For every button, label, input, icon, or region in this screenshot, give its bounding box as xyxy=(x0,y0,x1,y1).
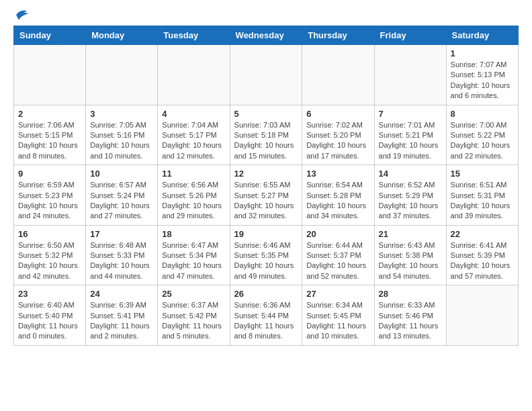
calendar-day-cell xyxy=(230,45,302,105)
calendar-week-row: 2Sunrise: 7:06 AM Sunset: 5:15 PM Daylig… xyxy=(14,105,519,165)
day-number: 22 xyxy=(451,229,514,239)
day-info: Sunrise: 6:37 AM Sunset: 5:42 PM Dayligh… xyxy=(162,300,225,342)
day-info: Sunrise: 6:41 AM Sunset: 5:39 PM Dayligh… xyxy=(451,240,514,282)
calendar-day-cell: 23Sunrise: 6:40 AM Sunset: 5:40 PM Dayli… xyxy=(14,285,86,346)
calendar-day-cell xyxy=(86,45,158,105)
day-info: Sunrise: 6:34 AM Sunset: 5:45 PM Dayligh… xyxy=(306,300,369,342)
day-number: 20 xyxy=(306,229,369,239)
calendar-day-cell: 18Sunrise: 6:47 AM Sunset: 5:34 PM Dayli… xyxy=(158,225,230,285)
calendar-day-cell: 28Sunrise: 6:33 AM Sunset: 5:46 PM Dayli… xyxy=(374,285,446,346)
day-number: 5 xyxy=(234,109,298,119)
day-number: 15 xyxy=(451,169,514,179)
calendar-day-cell: 17Sunrise: 6:48 AM Sunset: 5:33 PM Dayli… xyxy=(86,225,158,285)
day-info: Sunrise: 6:40 AM Sunset: 5:40 PM Dayligh… xyxy=(18,300,81,342)
calendar-day-cell: 15Sunrise: 6:51 AM Sunset: 5:31 PM Dayli… xyxy=(446,165,518,226)
day-number: 9 xyxy=(18,169,81,179)
calendar-day-cell: 4Sunrise: 7:04 AM Sunset: 5:17 PM Daylig… xyxy=(158,105,230,165)
calendar-day-cell: 5Sunrise: 7:03 AM Sunset: 5:18 PM Daylig… xyxy=(230,105,302,165)
day-info: Sunrise: 6:46 AM Sunset: 5:35 PM Dayligh… xyxy=(234,240,298,282)
day-number: 11 xyxy=(162,169,225,179)
calendar-week-row: 16Sunrise: 6:50 AM Sunset: 5:32 PM Dayli… xyxy=(14,225,519,285)
calendar-day-header: Sunday xyxy=(14,26,86,45)
day-info: Sunrise: 6:51 AM Sunset: 5:31 PM Dayligh… xyxy=(451,180,514,222)
day-number: 2 xyxy=(18,109,81,119)
day-info: Sunrise: 7:03 AM Sunset: 5:18 PM Dayligh… xyxy=(234,120,298,162)
calendar-week-row: 23Sunrise: 6:40 AM Sunset: 5:40 PM Dayli… xyxy=(14,285,519,346)
calendar-day-header: Monday xyxy=(86,26,158,45)
calendar-day-cell: 16Sunrise: 6:50 AM Sunset: 5:32 PM Dayli… xyxy=(14,225,86,285)
calendar-day-cell: 26Sunrise: 6:36 AM Sunset: 5:44 PM Dayli… xyxy=(230,285,302,346)
calendar-day-cell xyxy=(302,45,374,105)
day-info: Sunrise: 6:48 AM Sunset: 5:33 PM Dayligh… xyxy=(90,240,153,282)
day-info: Sunrise: 7:04 AM Sunset: 5:17 PM Dayligh… xyxy=(162,120,225,162)
day-number: 17 xyxy=(90,229,153,239)
day-number: 10 xyxy=(90,169,153,179)
day-info: Sunrise: 6:54 AM Sunset: 5:28 PM Dayligh… xyxy=(306,180,369,222)
day-info: Sunrise: 7:05 AM Sunset: 5:16 PM Dayligh… xyxy=(90,120,153,162)
day-number: 6 xyxy=(306,109,369,119)
calendar-day-cell: 24Sunrise: 6:39 AM Sunset: 5:41 PM Dayli… xyxy=(86,285,158,346)
calendar-day-cell: 1Sunrise: 7:07 AM Sunset: 5:13 PM Daylig… xyxy=(446,45,518,105)
day-number: 13 xyxy=(306,169,369,179)
calendar-day-cell: 13Sunrise: 6:54 AM Sunset: 5:28 PM Dayli… xyxy=(302,165,374,226)
day-info: Sunrise: 6:56 AM Sunset: 5:26 PM Dayligh… xyxy=(162,180,225,222)
calendar-day-header: Thursday xyxy=(302,26,374,45)
calendar-day-cell xyxy=(374,45,446,105)
calendar: SundayMondayTuesdayWednesdayThursdayFrid… xyxy=(13,26,519,346)
day-number: 24 xyxy=(90,289,153,299)
day-info: Sunrise: 6:36 AM Sunset: 5:44 PM Dayligh… xyxy=(234,300,298,342)
day-number: 8 xyxy=(451,109,514,119)
day-number: 4 xyxy=(162,109,225,119)
day-info: Sunrise: 7:06 AM Sunset: 5:15 PM Dayligh… xyxy=(18,120,81,162)
calendar-day-header: Friday xyxy=(374,26,446,45)
calendar-day-cell xyxy=(14,45,86,105)
day-number: 21 xyxy=(379,229,442,239)
calendar-day-cell: 9Sunrise: 6:59 AM Sunset: 5:23 PM Daylig… xyxy=(14,165,86,226)
calendar-day-header: Wednesday xyxy=(230,26,302,45)
calendar-day-cell xyxy=(446,285,518,346)
calendar-day-cell: 12Sunrise: 6:55 AM Sunset: 5:27 PM Dayli… xyxy=(230,165,302,226)
day-info: Sunrise: 6:47 AM Sunset: 5:34 PM Dayligh… xyxy=(162,240,225,282)
calendar-day-cell: 11Sunrise: 6:56 AM Sunset: 5:26 PM Dayli… xyxy=(158,165,230,226)
day-info: Sunrise: 6:44 AM Sunset: 5:37 PM Dayligh… xyxy=(306,240,369,282)
day-number: 27 xyxy=(306,289,369,299)
day-info: Sunrise: 6:43 AM Sunset: 5:38 PM Dayligh… xyxy=(379,240,442,282)
calendar-day-cell: 3Sunrise: 7:05 AM Sunset: 5:16 PM Daylig… xyxy=(86,105,158,165)
calendar-day-cell: 14Sunrise: 6:52 AM Sunset: 5:29 PM Dayli… xyxy=(374,165,446,226)
calendar-day-cell: 2Sunrise: 7:06 AM Sunset: 5:15 PM Daylig… xyxy=(14,105,86,165)
day-number: 16 xyxy=(18,229,81,239)
calendar-day-cell: 19Sunrise: 6:46 AM Sunset: 5:35 PM Dayli… xyxy=(230,225,302,285)
day-number: 1 xyxy=(451,48,514,58)
logo xyxy=(13,13,30,19)
calendar-day-cell: 27Sunrise: 6:34 AM Sunset: 5:45 PM Dayli… xyxy=(302,285,374,346)
day-info: Sunrise: 6:39 AM Sunset: 5:41 PM Dayligh… xyxy=(90,300,153,342)
calendar-day-cell xyxy=(158,45,230,105)
calendar-day-cell: 22Sunrise: 6:41 AM Sunset: 5:39 PM Dayli… xyxy=(446,225,518,285)
day-info: Sunrise: 6:55 AM Sunset: 5:27 PM Dayligh… xyxy=(234,180,298,222)
day-info: Sunrise: 6:33 AM Sunset: 5:46 PM Dayligh… xyxy=(379,300,442,342)
calendar-day-cell: 10Sunrise: 6:57 AM Sunset: 5:24 PM Dayli… xyxy=(86,165,158,226)
day-info: Sunrise: 6:50 AM Sunset: 5:32 PM Dayligh… xyxy=(18,240,81,282)
day-info: Sunrise: 7:01 AM Sunset: 5:21 PM Dayligh… xyxy=(379,120,442,162)
day-number: 18 xyxy=(162,229,225,239)
day-number: 12 xyxy=(234,169,298,179)
day-number: 7 xyxy=(379,109,442,119)
day-number: 23 xyxy=(18,289,81,299)
calendar-day-cell: 20Sunrise: 6:44 AM Sunset: 5:37 PM Dayli… xyxy=(302,225,374,285)
day-number: 25 xyxy=(162,289,225,299)
calendar-day-cell: 21Sunrise: 6:43 AM Sunset: 5:38 PM Dayli… xyxy=(374,225,446,285)
day-number: 14 xyxy=(379,169,442,179)
calendar-week-row: 9Sunrise: 6:59 AM Sunset: 5:23 PM Daylig… xyxy=(14,165,519,226)
calendar-day-cell: 6Sunrise: 7:02 AM Sunset: 5:20 PM Daylig… xyxy=(302,105,374,165)
day-info: Sunrise: 6:52 AM Sunset: 5:29 PM Dayligh… xyxy=(379,180,442,222)
day-info: Sunrise: 7:07 AM Sunset: 5:13 PM Dayligh… xyxy=(451,60,514,101)
calendar-day-header: Saturday xyxy=(446,26,518,45)
calendar-week-row: 1Sunrise: 7:07 AM Sunset: 5:13 PM Daylig… xyxy=(14,45,519,105)
calendar-header-row: SundayMondayTuesdayWednesdayThursdayFrid… xyxy=(14,26,519,45)
day-info: Sunrise: 7:02 AM Sunset: 5:20 PM Dayligh… xyxy=(306,120,369,162)
calendar-day-cell: 8Sunrise: 7:00 AM Sunset: 5:22 PM Daylig… xyxy=(446,105,518,165)
day-number: 26 xyxy=(234,289,298,299)
day-number: 28 xyxy=(379,289,442,299)
day-info: Sunrise: 6:59 AM Sunset: 5:23 PM Dayligh… xyxy=(18,180,81,222)
day-info: Sunrise: 6:57 AM Sunset: 5:24 PM Dayligh… xyxy=(90,180,153,222)
